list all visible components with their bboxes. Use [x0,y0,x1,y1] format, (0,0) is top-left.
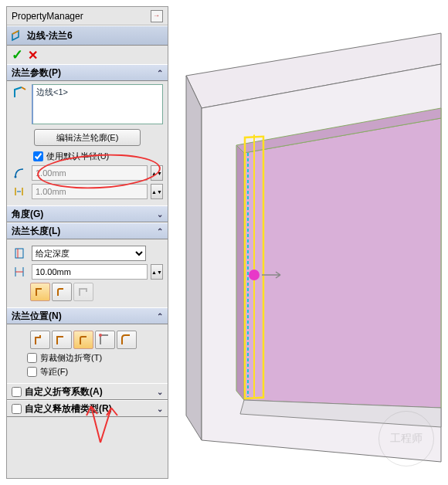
gap-icon [12,184,29,199]
chevron-down-icon: ⌄ [157,388,163,396]
edge-flange-icon [10,29,24,42]
spin-buttons: ▲▼ [151,184,163,199]
section-length-header[interactable]: 法兰长度(L) ⌃ [7,222,168,239]
section-angle-header[interactable]: 角度(G) ⌄ [7,205,168,222]
pos-tangent-bend[interactable] [117,331,137,349]
edit-flange-profile-button[interactable]: 编辑法兰轮廓(E) [34,129,141,146]
svg-marker-6 [244,118,441,408]
pos-virtual-sharp[interactable] [95,331,115,349]
section-params-body: 边线<1> 编辑法兰轮廓(E) 使用默认半径(U) ▲▼ ▲▼ [7,81,168,205]
use-default-radius-checkbox[interactable] [33,151,43,161]
property-manager-panel: PropertyManager 边线-法兰6 ✓ ✕ 法兰参数(P) ⌃ 边线<… [6,6,168,479]
svg-marker-7 [236,145,244,400]
cancel-button[interactable]: ✕ [28,48,38,63]
chevron-up-icon: ⌃ [157,227,163,236]
trim-side-bends-row[interactable]: 剪裁侧边折弯(T) [27,352,163,364]
length-dim-icon [12,264,29,280]
svg-point-0 [15,176,17,178]
trim-side-bends-checkbox[interactable] [27,353,37,363]
feature-title-row: 边线-法兰6 [7,25,168,46]
section-position-body: 剪裁侧边折弯(T) 等距(F) [7,324,168,383]
length-ref-tangent[interactable] [52,283,72,301]
chevron-up-icon: ⌃ [157,69,163,77]
feature-name: 边线-法兰6 [27,29,73,42]
pos-material-inside[interactable] [30,331,50,349]
length-input[interactable] [32,264,148,280]
pm-title: PropertyManager [12,11,83,22]
pin-icon[interactable] [151,10,163,22]
svg-point-2 [99,334,102,337]
end-condition-select[interactable]: 给定深度 [32,246,146,261]
pos-bend-outside[interactable] [73,331,93,349]
equal-offset-checkbox[interactable] [27,367,37,377]
chevron-down-icon: ⌄ [157,405,163,413]
ok-button[interactable]: ✓ [12,46,23,63]
spin-buttons: ▲▼ [151,165,163,181]
section-custom-bend-header[interactable]: 自定义折弯系数(A) ⌄ [7,383,168,400]
graphics-viewport[interactable] [170,6,442,479]
gap-input [32,184,148,199]
section-custom-relief-header[interactable]: 自定义释放槽类型(R) ⌄ [7,400,168,417]
chevron-up-icon: ⌃ [157,312,163,321]
svg-rect-1 [15,249,23,258]
svg-marker-4 [186,76,202,440]
section-position-header[interactable]: 法兰位置(N) ⌃ [7,307,168,324]
chevron-down-icon: ⌄ [157,210,163,219]
section-length-body: 给定深度 ▲▼ [7,239,168,307]
pos-material-outside[interactable] [52,331,72,349]
spin-buttons[interactable]: ▲▼ [151,264,163,280]
bend-radius-input [32,165,148,181]
use-default-radius-row[interactable]: 使用默认半径(U) [33,151,163,162]
section-params-header[interactable]: 法兰参数(P) ⌃ [7,64,168,81]
equal-offset-row[interactable]: 等距(F) [27,366,163,378]
length-ref-outer [73,283,93,301]
bend-radius-icon [12,165,29,181]
confirm-row: ✓ ✕ [7,46,168,64]
length-ref-virtual-sharp[interactable] [30,283,50,301]
pm-header: PropertyManager [7,7,168,25]
position-type-row [30,331,163,349]
custom-bend-checkbox[interactable] [12,387,22,397]
length-reference-row [30,283,163,301]
svg-point-13 [249,270,260,280]
edge-selection-icon [12,84,29,101]
custom-relief-checkbox[interactable] [12,404,22,414]
watermark: 工程师 [378,411,434,466]
end-condition-icon [12,246,29,261]
edge-selection-list[interactable]: 边线<1> [32,84,163,124]
